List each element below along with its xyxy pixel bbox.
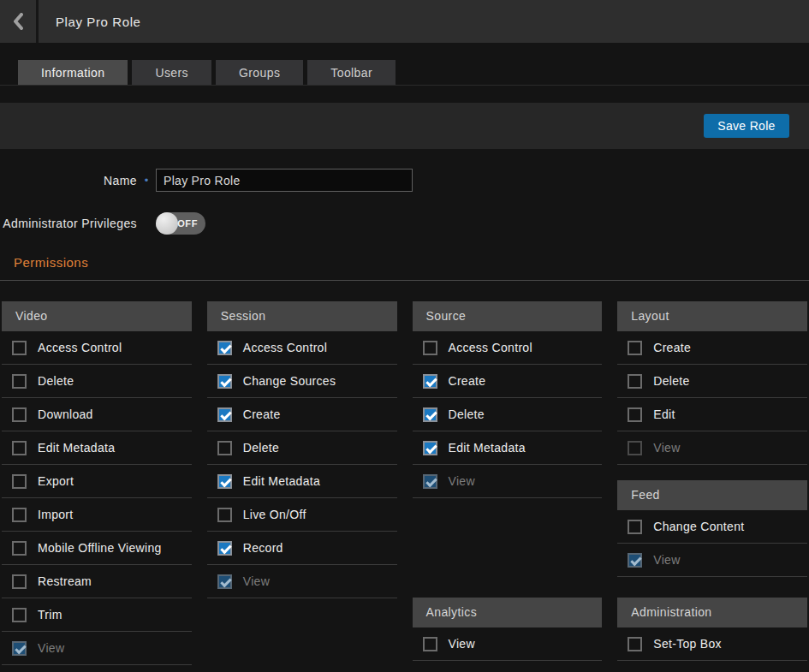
checkbox-unchecked-icon[interactable] — [12, 407, 27, 422]
checkbox-unchecked-icon[interactable] — [628, 341, 642, 355]
page-title: Play Pro Role — [39, 0, 141, 43]
role-name-input[interactable] — [156, 169, 413, 192]
admin-privileges-row: Administrator Privileges OFF — [0, 212, 809, 235]
checkbox-unchecked-icon[interactable] — [12, 441, 27, 455]
permission-label: Create — [243, 407, 281, 421]
top-bar: Play Pro Role — [0, 0, 809, 43]
permission-row: View — [617, 544, 807, 577]
permission-group-header-session: Session — [207, 301, 397, 331]
permission-group-header-layout: Layout — [617, 301, 807, 331]
permission-label: Access Control — [38, 341, 122, 354]
permission-label: Delete — [653, 374, 689, 388]
checkbox-unchecked-icon[interactable] — [12, 608, 27, 622]
permission-row: Live On/Off — [207, 498, 397, 532]
checkbox-unchecked-icon[interactable] — [12, 508, 27, 522]
checkbox-checked-icon[interactable] — [423, 407, 437, 422]
checkbox-unchecked-icon[interactable] — [423, 341, 437, 355]
column-spacer — [617, 577, 807, 598]
checkbox-checked-icon — [12, 641, 27, 656]
permission-label: View — [653, 441, 680, 455]
permission-label: Trim — [38, 608, 62, 621]
checkbox-checked-icon[interactable] — [217, 407, 232, 422]
permission-label: View — [449, 474, 475, 488]
permission-group-header-source: Source — [413, 301, 603, 331]
checkbox-checked-icon[interactable] — [217, 541, 232, 556]
checkbox-checked-icon[interactable] — [423, 441, 437, 455]
permission-label: Set-Top Box — [653, 637, 722, 651]
permissions-grid: VideoAccess ControlDeleteDownloadEdit Me… — [0, 281, 809, 665]
tab-groups[interactable]: Groups — [216, 60, 303, 85]
permissions-heading: Permissions — [14, 255, 809, 270]
permission-group-header-video: Video — [2, 301, 192, 331]
permission-label: Record — [243, 541, 283, 555]
permission-row: Import — [2, 498, 192, 532]
checkbox-unchecked-icon[interactable] — [628, 520, 642, 534]
tab-users[interactable]: Users — [132, 60, 211, 85]
tab-toolbar[interactable]: Toolbar — [307, 60, 396, 85]
chevron-left-icon — [13, 13, 23, 30]
checkbox-checked-icon[interactable] — [217, 341, 232, 355]
tab-bar: Information Users Groups Toolbar — [0, 43, 809, 86]
tab-information[interactable]: Information — [18, 60, 128, 85]
checkbox-unchecked-icon[interactable] — [12, 374, 27, 389]
admin-privileges-toggle[interactable]: OFF — [156, 212, 205, 235]
permission-row: Create — [413, 365, 603, 398]
permission-row: Export — [2, 465, 192, 498]
save-role-button[interactable]: Save Role — [704, 114, 789, 138]
permission-column-1: SessionAccess ControlChange SourcesCreat… — [207, 301, 397, 665]
permission-column-3: LayoutCreateDeleteEditViewFeedChange Con… — [617, 301, 807, 665]
permission-row: Set-Top Box — [617, 627, 807, 661]
permission-label: Create — [449, 374, 486, 388]
permission-row: Trim — [2, 598, 192, 632]
permissions-section: Permissions VideoAccess ControlDeleteDow… — [0, 255, 809, 665]
checkbox-unchecked-icon[interactable] — [628, 374, 642, 389]
checkbox-unchecked-icon[interactable] — [628, 637, 642, 651]
permission-row: View — [2, 632, 192, 665]
permission-label: Create — [653, 341, 691, 354]
checkbox-unchecked-icon[interactable] — [423, 637, 437, 651]
permission-row: Restream — [2, 565, 192, 598]
permission-label: Live On/Off — [243, 508, 306, 521]
column-spacer — [413, 498, 603, 598]
checkbox-checked-icon[interactable] — [217, 474, 232, 489]
permission-group-header-feed: Feed — [617, 480, 807, 510]
checkbox-unchecked-icon — [628, 441, 642, 455]
permission-row: Access Control — [413, 331, 603, 365]
checkbox-checked-icon — [217, 574, 232, 589]
permission-label: Change Content — [653, 520, 744, 533]
admin-privileges-label: Administrator Privileges — [0, 217, 137, 230]
permission-row: Edit — [617, 398, 807, 431]
permission-row: Create — [207, 398, 397, 431]
checkbox-unchecked-icon[interactable] — [12, 341, 27, 355]
permission-label: Edit — [653, 407, 675, 421]
checkbox-unchecked-icon[interactable] — [628, 407, 642, 422]
checkbox-unchecked-icon[interactable] — [12, 574, 27, 589]
permission-row: Delete — [617, 365, 807, 398]
permission-label: Change Sources — [243, 374, 336, 388]
permission-row: Edit Metadata — [207, 465, 397, 498]
permission-label: Delete — [243, 441, 279, 455]
checkbox-unchecked-icon[interactable] — [12, 541, 27, 556]
name-label: Name — [0, 174, 137, 187]
checkbox-unchecked-icon[interactable] — [12, 474, 27, 489]
permission-label: View — [38, 641, 64, 655]
permission-row: View — [413, 465, 603, 498]
back-button[interactable] — [0, 0, 39, 43]
permission-row: Access Control — [207, 331, 397, 365]
permission-row: View — [413, 627, 603, 661]
permission-row: Access Control — [2, 331, 192, 365]
permission-label: Import — [38, 508, 73, 521]
checkbox-checked-icon[interactable] — [423, 374, 437, 389]
permission-row: View — [207, 565, 397, 598]
permission-row: Edit Metadata — [413, 431, 603, 465]
checkbox-checked-icon[interactable] — [217, 374, 232, 389]
permission-row: Download — [2, 398, 192, 431]
checkbox-checked-icon — [628, 553, 642, 568]
permission-label: Restream — [38, 574, 92, 588]
name-row: Name • — [0, 169, 809, 192]
checkbox-unchecked-icon[interactable] — [217, 508, 232, 522]
permission-row: Change Content — [617, 510, 807, 544]
checkbox-unchecked-icon[interactable] — [217, 441, 232, 455]
permission-label: Download — [38, 407, 93, 421]
required-dot: • — [137, 174, 156, 187]
